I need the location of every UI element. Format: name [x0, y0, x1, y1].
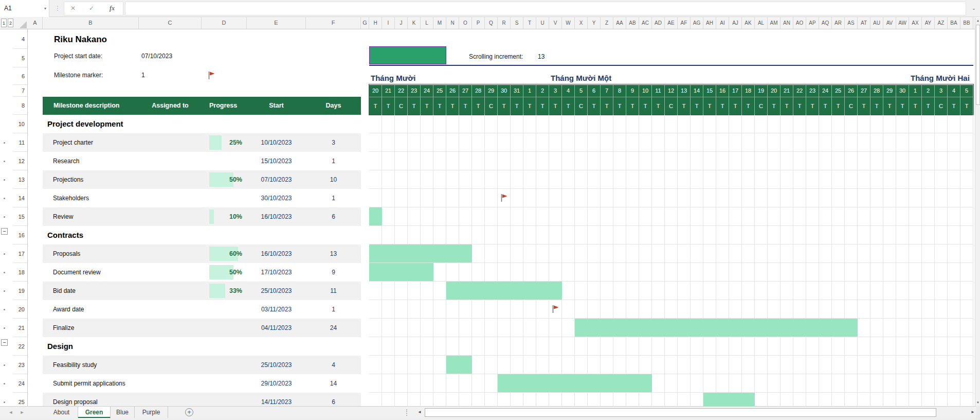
- day-number-cell[interactable]: 27: [858, 85, 870, 97]
- day-number-cell[interactable]: 30: [498, 85, 511, 97]
- row-header-17[interactable]: 17: [13, 244, 27, 263]
- scrolling-increment-value[interactable]: 13: [538, 53, 545, 60]
- day-weekday-cell[interactable]: T: [562, 97, 575, 115]
- gantt-row[interactable]: [369, 356, 973, 374]
- column-header-AJ[interactable]: AJ: [729, 17, 742, 29]
- day-number-cell[interactable]: 29: [883, 85, 896, 97]
- column-header-X[interactable]: X: [575, 17, 588, 29]
- day-number-cell[interactable]: 19: [755, 85, 768, 97]
- outline-collapse-button-1[interactable]: −: [1, 228, 8, 235]
- tab-green[interactable]: Green: [78, 407, 111, 418]
- day-weekday-cell[interactable]: C: [575, 97, 588, 115]
- day-number-cell[interactable]: 4: [562, 85, 575, 97]
- day-weekday-cell[interactable]: T: [742, 97, 755, 115]
- day-weekday-cell[interactable]: T: [716, 97, 729, 115]
- outline-collapse-button-2[interactable]: −: [1, 339, 8, 346]
- col-header-start[interactable]: Start: [247, 97, 306, 115]
- day-number-cell[interactable]: 18: [742, 85, 755, 97]
- day-weekday-cell[interactable]: T: [498, 97, 511, 115]
- project-start-value[interactable]: 07/10/2023: [141, 52, 172, 60]
- column-header-AM[interactable]: AM: [768, 17, 781, 29]
- column-header-AX[interactable]: AX: [909, 17, 922, 29]
- day-weekday-cell[interactable]: T: [536, 97, 549, 115]
- column-header-AK[interactable]: AK: [742, 17, 755, 29]
- table-row[interactable]: Finalize04/11/202324: [43, 319, 361, 337]
- day-number-cell[interactable]: 21: [781, 85, 793, 97]
- day-weekday-cell[interactable]: T: [549, 97, 562, 115]
- row-header-18[interactable]: 18: [13, 263, 27, 282]
- column-header-E[interactable]: E: [247, 17, 306, 29]
- day-number-cell[interactable]: 29: [485, 85, 498, 97]
- col-header-milestone-description[interactable]: Milestone description: [53, 97, 120, 115]
- gantt-row[interactable]: [369, 393, 973, 406]
- day-weekday-cell[interactable]: C: [665, 97, 678, 115]
- day-weekday-cell[interactable]: T: [472, 97, 485, 115]
- horizontal-scrollbar-thumb[interactable]: [425, 408, 936, 417]
- column-header-K[interactable]: K: [408, 17, 421, 29]
- day-weekday-cell[interactable]: T: [858, 97, 870, 115]
- day-number-cell[interactable]: 15: [703, 85, 716, 97]
- gantt-row[interactable]: [369, 374, 973, 393]
- column-header-H[interactable]: H: [369, 17, 382, 29]
- day-number-cell[interactable]: 22: [395, 85, 408, 97]
- day-number-cell[interactable]: 5: [960, 85, 973, 97]
- day-number-cell[interactable]: 17: [729, 85, 742, 97]
- day-number-cell[interactable]: 28: [472, 85, 485, 97]
- column-header-F[interactable]: F: [306, 17, 361, 29]
- day-number-cell[interactable]: 14: [691, 85, 703, 97]
- gantt-row[interactable]: [369, 189, 973, 207]
- column-header-P[interactable]: P: [472, 17, 485, 29]
- column-header-AI[interactable]: AI: [716, 17, 729, 29]
- milestone-marker-label[interactable]: Milestone marker:: [54, 72, 103, 79]
- column-header-O[interactable]: O: [459, 17, 472, 29]
- outline-level-1-button[interactable]: 1: [1, 19, 7, 27]
- column-header-AC[interactable]: AC: [639, 17, 652, 29]
- day-number-cell[interactable]: 21: [382, 85, 395, 97]
- formula-input[interactable]: [125, 2, 966, 15]
- day-number-cell[interactable]: 11: [652, 85, 665, 97]
- day-weekday-cell[interactable]: T: [446, 97, 459, 115]
- column-header-N[interactable]: N: [446, 17, 459, 29]
- column-header-AO[interactable]: AO: [793, 17, 806, 29]
- day-number-cell[interactable]: 26: [845, 85, 858, 97]
- day-weekday-cell[interactable]: T: [819, 97, 832, 115]
- column-header-AE[interactable]: AE: [665, 17, 678, 29]
- vertical-scrollbar-thumb[interactable]: [976, 25, 980, 105]
- day-weekday-cell[interactable]: T: [421, 97, 433, 115]
- column-header-S[interactable]: S: [511, 17, 523, 29]
- column-header-BA[interactable]: BA: [948, 17, 960, 29]
- column-header-U[interactable]: U: [536, 17, 549, 29]
- day-number-cell[interactable]: 28: [870, 85, 883, 97]
- column-header-AG[interactable]: AG: [691, 17, 703, 29]
- table-row[interactable]: Document review50%17/10/20239: [43, 263, 361, 282]
- day-number-cell[interactable]: 20: [369, 85, 382, 97]
- scroll-down-icon[interactable]: ▼: [975, 399, 980, 406]
- column-header-W[interactable]: W: [562, 17, 575, 29]
- table-row[interactable]: Design proposal14/11/20236: [43, 393, 361, 406]
- day-weekday-cell[interactable]: T: [870, 97, 883, 115]
- day-number-cell[interactable]: 10: [639, 85, 652, 97]
- day-weekday-cell[interactable]: C: [485, 97, 498, 115]
- tab-about[interactable]: About: [45, 407, 78, 418]
- column-header-AY[interactable]: AY: [922, 17, 935, 29]
- column-header-Z[interactable]: Z: [601, 17, 613, 29]
- day-weekday-cell[interactable]: T: [909, 97, 922, 115]
- day-weekday-cell[interactable]: T: [601, 97, 613, 115]
- day-weekday-cell[interactable]: T: [768, 97, 781, 115]
- row-header-11[interactable]: 11: [13, 133, 27, 152]
- day-weekday-cell[interactable]: T: [523, 97, 536, 115]
- table-row[interactable]: Proposals60%16/10/202313: [43, 244, 361, 263]
- day-number-cell[interactable]: 5: [575, 85, 588, 97]
- column-header-AL[interactable]: AL: [755, 17, 768, 29]
- table-row[interactable]: Award date03/11/20231: [43, 300, 361, 319]
- column-header-AV[interactable]: AV: [883, 17, 896, 29]
- day-weekday-cell[interactable]: C: [395, 97, 408, 115]
- tab-blue[interactable]: Blue: [111, 407, 135, 418]
- day-weekday-cell[interactable]: C: [845, 97, 858, 115]
- row-header-21[interactable]: 21: [13, 319, 27, 337]
- day-number-cell[interactable]: 3: [935, 85, 948, 97]
- name-box-dropdown-icon[interactable]: ▾: [41, 0, 49, 17]
- day-weekday-cell[interactable]: T: [691, 97, 703, 115]
- column-header-AB[interactable]: AB: [626, 17, 639, 29]
- day-weekday-cell[interactable]: T: [781, 97, 793, 115]
